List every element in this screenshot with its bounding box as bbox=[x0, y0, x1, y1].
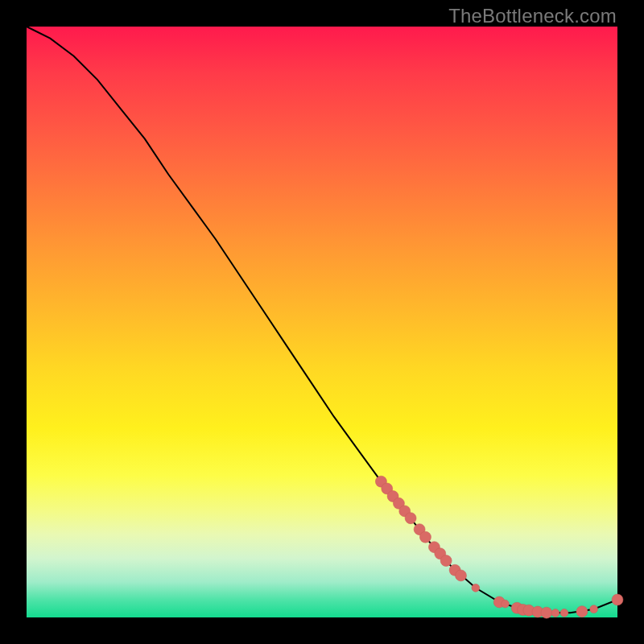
curve-marker bbox=[551, 609, 559, 617]
curve-markers-group bbox=[375, 476, 623, 618]
curve-marker bbox=[612, 594, 623, 605]
curve-marker bbox=[502, 600, 510, 608]
bottleneck-curve-line bbox=[27, 27, 617, 613]
curve-marker bbox=[440, 555, 452, 567]
curve-marker bbox=[455, 570, 466, 581]
curve-marker bbox=[590, 605, 598, 613]
curve-marker bbox=[419, 531, 431, 543]
curve-marker bbox=[541, 607, 552, 618]
curve-marker bbox=[560, 609, 568, 617]
chart-frame bbox=[27, 27, 617, 617]
curve-marker bbox=[472, 584, 480, 592]
chart-svg bbox=[27, 27, 617, 617]
curve-marker bbox=[405, 513, 416, 524]
curve-marker bbox=[576, 606, 588, 617]
watermark-text: TheBottleneck.com bbox=[448, 5, 617, 27]
